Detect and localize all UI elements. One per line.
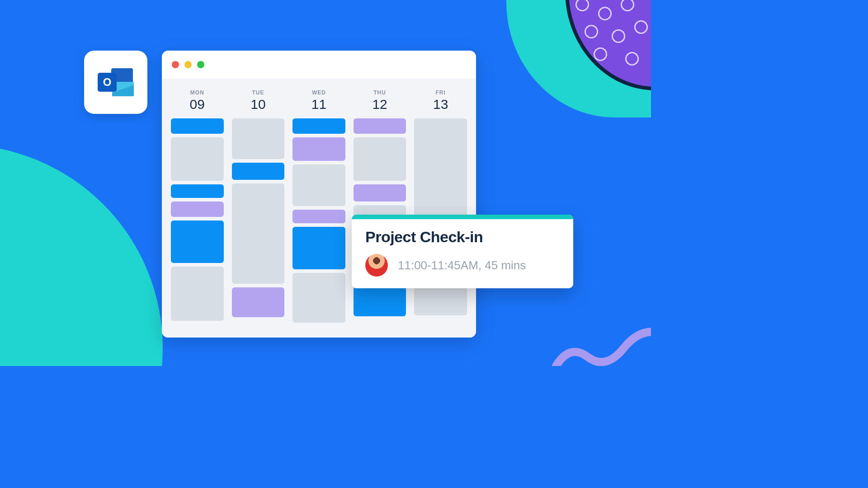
day-column: THU12 [354,89,406,328]
event-time: 11:00-11:45AM, 45 mins [398,258,526,272]
calendar-event-block[interactable] [354,118,406,134]
event-accent-stripe [352,215,573,219]
outlook-app-card: O [84,51,147,114]
day-label: FRI [436,89,446,96]
day-slots [292,118,345,328]
calendar-event-block[interactable] [171,184,224,198]
window-minimize-button[interactable] [184,61,192,68]
calendar-event-block[interactable] [354,184,406,202]
day-column: MON09 [171,89,224,328]
calendar-empty-block [232,183,285,284]
calendar-empty-block [171,267,224,321]
day-column: FRI13 [414,89,467,328]
calendar-empty-block [232,118,285,159]
calendar-event-block[interactable] [292,137,345,161]
calendar-event-block[interactable] [171,221,224,263]
day-column: TUE10 [232,89,285,328]
calendar-empty-block [292,273,345,323]
day-label: MON [190,89,204,96]
calendar-event-block[interactable] [292,210,345,223]
outlook-letter: O [103,76,112,89]
calendar-event-block[interactable] [171,202,224,217]
event-title: Project Check-in [365,228,560,246]
calendar-empty-block [171,137,224,181]
calendar-window: MON09TUE10WED11THU12FRI13 [162,51,476,338]
calendar-event-block[interactable] [232,287,285,317]
day-number: 09 [190,97,205,112]
day-number: 10 [250,97,265,112]
calendar-empty-block [292,164,345,206]
decorative-squiggle [552,294,651,366]
calendar-event-block[interactable] [292,118,345,134]
day-label: WED [312,89,326,96]
calendar-body: MON09TUE10WED11THU12FRI13 [162,79,476,338]
event-popover[interactable]: Project Check-in 11:00-11:45AM, 45 mins [352,215,573,288]
day-number: 11 [311,97,326,112]
window-zoom-button[interactable] [197,61,204,68]
calendar-event-block[interactable] [171,118,224,134]
calendar-event-block[interactable] [232,163,285,180]
window-close-button[interactable] [172,61,179,68]
day-slots [171,118,224,328]
day-slots [232,118,285,328]
day-column: WED11 [292,89,345,328]
day-number: 12 [372,97,387,112]
window-titlebar [162,51,476,79]
outlook-icon: O [98,66,134,98]
calendar-event-block[interactable] [292,227,345,269]
calendar-event-block[interactable] [354,286,406,316]
day-label: THU [373,89,386,96]
decorative-blob-left [0,145,163,366]
attendee-avatar [365,254,388,277]
day-label: TUE [252,89,264,96]
day-number: 13 [433,97,448,112]
calendar-empty-block [354,137,406,181]
